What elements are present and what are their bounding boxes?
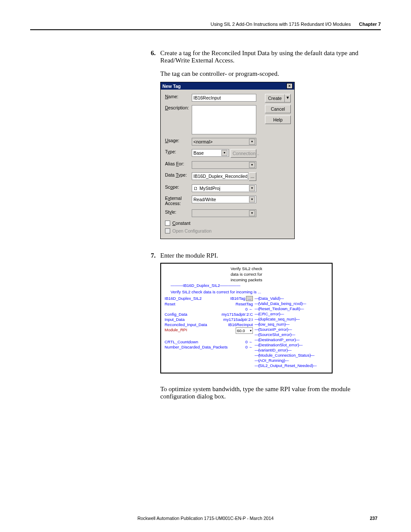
block-title-3: incoming packets	[165, 277, 328, 282]
verify-text: Verify SIL2 check data is correct for in…	[171, 289, 328, 294]
new-tag-dialog: New Tag × Name: IB16RecInput Description…	[160, 82, 295, 239]
output-pin: —(Valid_Data_being_rcvd)—	[255, 301, 328, 306]
dialog-titlebar: New Tag ×	[161, 82, 294, 90]
usage-field: <normal>▾	[192, 138, 256, 146]
style-label: Style:	[165, 209, 192, 215]
header-title: Using SIL 2 Add-On Instructions with 171…	[211, 22, 351, 27]
output-pin: —(low_seq_num)—	[255, 322, 328, 327]
chevron-down-icon[interactable]: ▾	[284, 94, 290, 102]
function-block: Verify SIL2 check data is correct for in…	[160, 263, 333, 373]
chevron-down-icon: ▾	[249, 162, 255, 168]
output-pin: —(duplicate_seq_num)—	[255, 317, 328, 321]
output-pin: —(DestinationIP_error)—	[255, 337, 328, 342]
datatype-browse-button[interactable]: ...	[249, 172, 256, 181]
name-label: Name:	[165, 94, 192, 99]
output-pin: —(Data_Valid)—	[255, 296, 328, 301]
aliasfor-field: ▾	[192, 161, 256, 169]
output-pin: —(DestinationSlot_error)—	[255, 342, 328, 347]
type-label: Type:	[165, 149, 192, 154]
output-pin: —(CRC_error)—	[255, 311, 328, 316]
description-field[interactable]	[192, 105, 256, 134]
fieldset-label: ———IB16D_Duplex_SIL2—————	[171, 283, 328, 288]
close-icon[interactable]: ×	[286, 83, 293, 89]
module-rpi-input[interactable]: 60.0▾	[236, 327, 253, 334]
description-label: Description:	[165, 105, 192, 110]
output-pin: —(variantID_error)—	[255, 348, 328, 352]
connection-button: Connection...	[230, 149, 256, 158]
usage-label: Usage:	[165, 138, 192, 143]
output-pin: —(AOI_Running)—	[255, 358, 328, 363]
style-field: ▾	[192, 209, 256, 217]
step-text: Create a tag for the Reconciled Input Da…	[160, 50, 381, 64]
name-field[interactable]: IB16RecInput	[192, 94, 256, 102]
step-number: 7.	[151, 252, 160, 259]
chevron-down-icon[interactable]: ▾	[221, 150, 227, 156]
closing-text: To optimize system bandwidth, type the s…	[160, 386, 381, 400]
scope-field[interactable]: 🗋 MyStdProj▾	[192, 184, 256, 192]
create-button[interactable]: Create▾	[265, 94, 291, 103]
datatype-label: Data Type:	[165, 172, 192, 177]
type-field[interactable]: Base▾	[192, 149, 229, 157]
external-label: External Access:	[165, 196, 192, 206]
openconfig-checkbox	[165, 228, 170, 233]
chevron-down-icon[interactable]: ▾	[250, 329, 252, 333]
cancel-button[interactable]: Cancel	[265, 105, 291, 113]
dialog-title: New Tag	[162, 84, 181, 89]
chevron-down-icon: ▾	[249, 139, 255, 145]
help-button[interactable]: Help	[265, 115, 291, 124]
scope-label: Scope:	[165, 184, 192, 190]
constant-label: Constant	[172, 221, 190, 226]
block-title-2: data is correct for	[165, 272, 328, 277]
step-7: 7. Enter the module RPI.	[151, 252, 381, 259]
openconfig-label: Open Configuration	[172, 228, 212, 233]
output-pin: —(Module_Connection_Status)—	[255, 353, 328, 358]
output-pin: —(SIL2_Output_Reset_Needed)—	[255, 363, 328, 368]
output-pin: —(SourceIP_error)—	[255, 327, 328, 332]
publication-text: Rockwell Automation Publication 1715-UM0…	[137, 516, 274, 521]
params-left: IB16D_Duplex_SIL2IB16Tag... ResetResetTa…	[165, 296, 253, 368]
output-pin: —(SourceSlot_error)—	[255, 332, 328, 337]
page-number: 237	[370, 516, 377, 521]
chevron-down-icon: ▾	[249, 210, 255, 216]
step-6: 6. Create a tag for the Reconciled Input…	[151, 50, 381, 64]
aliasfor-label: Alias For:	[165, 161, 192, 166]
page-header: Using SIL 2 Add-On Instructions with 171…	[30, 22, 381, 30]
chevron-down-icon[interactable]: ▾	[249, 185, 255, 191]
step-text: Enter the module RPI.	[160, 252, 381, 259]
params-right: —(Data_Valid)——(Valid_Data_being_rcvd)——…	[253, 296, 328, 368]
block-title-1: Verify SIL2 check	[165, 266, 328, 271]
step-number: 6.	[151, 50, 160, 64]
external-field[interactable]: Read/Write▾	[192, 196, 256, 203]
browse-button[interactable]: ...	[246, 296, 253, 301]
chapter-label: Chapter 7	[359, 22, 381, 27]
page-footer: Rockwell Automation Publication 1715-UM0…	[0, 516, 411, 521]
datatype-field[interactable]: IB16D_Duplex_Reconciled_Inpu	[192, 172, 249, 180]
output-pin: —(Reset_Tiedown_Fault)—	[255, 306, 328, 311]
step-6-sub: The tag can be controller- or program-sc…	[160, 70, 381, 78]
chevron-down-icon[interactable]: ▾	[249, 196, 255, 202]
constant-checkbox[interactable]	[165, 221, 170, 226]
